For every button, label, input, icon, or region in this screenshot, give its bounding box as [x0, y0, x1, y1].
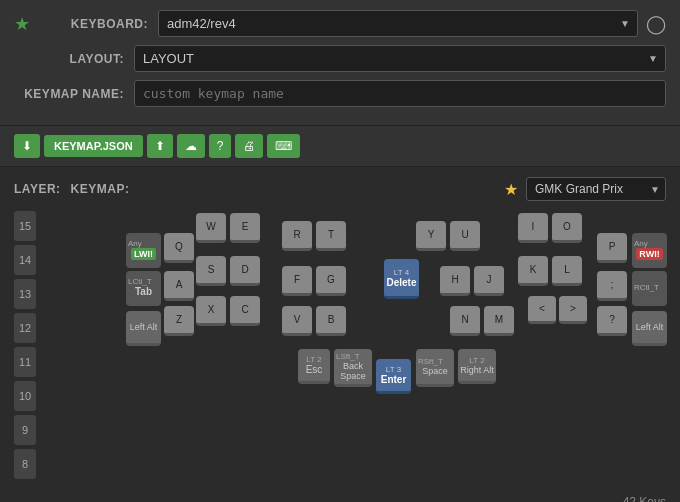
- key-p[interactable]: P: [597, 233, 627, 263]
- key-e-label: E: [242, 221, 249, 232]
- layer-num-10[interactable]: 10: [14, 381, 36, 411]
- keys-count: 42 Keys: [0, 489, 680, 502]
- key-lt4-delete[interactable]: LT 4 Delete: [384, 259, 419, 299]
- keyboard-select[interactable]: adm42/rev4: [158, 10, 638, 37]
- key-comma[interactable]: <: [528, 296, 556, 324]
- key-semi[interactable]: ;: [597, 271, 627, 301]
- key-f-label: F: [294, 274, 300, 285]
- layout-label: LAYOUT:: [14, 52, 134, 66]
- key-tab-label: Tab: [135, 286, 152, 297]
- key-lwi[interactable]: Any LWI!: [126, 233, 161, 268]
- key-r[interactable]: R: [282, 221, 312, 251]
- theme-star-icon[interactable]: ★: [504, 180, 518, 199]
- key-e[interactable]: E: [230, 213, 260, 243]
- key-tab[interactable]: LCti_T Tab: [126, 271, 161, 306]
- key-t[interactable]: T: [316, 221, 346, 251]
- key-f[interactable]: F: [282, 266, 312, 296]
- key-u-label: U: [461, 229, 468, 240]
- key-l[interactable]: L: [552, 256, 582, 286]
- key-j[interactable]: J: [474, 266, 504, 296]
- help-button[interactable]: ?: [209, 134, 232, 158]
- key-v[interactable]: V: [282, 306, 312, 336]
- github-icon[interactable]: ◯: [646, 13, 666, 35]
- download-button[interactable]: ⬇: [14, 134, 40, 158]
- top-panel: ★ KEYBOARD: adm42/rev4 ▼ ◯ LAYOUT: LAYOU…: [0, 0, 680, 126]
- layer-num-11[interactable]: 11: [14, 347, 36, 377]
- toolbar: ⬇ KEYMAP.JSON ⬆ ☁ ? 🖨 ⌨: [0, 126, 680, 167]
- key-d[interactable]: D: [230, 256, 260, 286]
- key-i[interactable]: I: [518, 213, 548, 243]
- keyboard-icon: ⌨: [275, 139, 292, 153]
- layer-num-8[interactable]: 8: [14, 449, 36, 479]
- key-rwi[interactable]: Any RWI!: [632, 233, 667, 268]
- key-right-alt[interactable]: Left Alt: [632, 311, 667, 346]
- key-comma-label: <: [539, 303, 545, 314]
- key-rsft-space[interactable]: RSft_T Space: [416, 349, 454, 387]
- keyboard-label: KEYBOARD:: [38, 17, 158, 31]
- key-slash-label: ?: [609, 314, 615, 325]
- key-h-label: H: [451, 274, 458, 285]
- key-m[interactable]: M: [484, 306, 514, 336]
- key-x[interactable]: X: [196, 296, 226, 326]
- key-rctl[interactable]: RCtl_T: [632, 271, 667, 306]
- key-dot[interactable]: >: [559, 296, 587, 324]
- layer-num-12[interactable]: 12: [14, 313, 36, 343]
- key-semi-label: ;: [611, 279, 614, 290]
- key-left-alt[interactable]: Left Alt: [126, 311, 161, 346]
- layer-row: LAYER: KEYMAP: ★ GMK Grand Prix ▼: [14, 177, 666, 201]
- key-y-label: Y: [428, 229, 435, 240]
- layer-num-14[interactable]: 14: [14, 245, 36, 275]
- key-lt2-right-alt-top: LT 2: [469, 356, 484, 365]
- key-lt2-esc-top: LT 2: [306, 355, 321, 364]
- key-lt2-esc[interactable]: LT 2 Esc: [298, 349, 330, 384]
- layer-num-9[interactable]: 9: [14, 415, 36, 445]
- key-o[interactable]: O: [552, 213, 582, 243]
- key-w[interactable]: W: [196, 213, 226, 243]
- key-c-label: C: [241, 304, 248, 315]
- key-lt4-top: LT 4: [394, 268, 409, 277]
- key-h[interactable]: H: [440, 266, 470, 296]
- key-lwi-top: Any: [126, 239, 142, 248]
- key-y[interactable]: Y: [416, 221, 446, 251]
- key-q-label: Q: [175, 241, 183, 252]
- keymap-json-button[interactable]: KEYMAP.JSON: [44, 135, 143, 157]
- star-button[interactable]: ★: [14, 13, 30, 35]
- key-b-label: B: [328, 314, 335, 325]
- upload-icon: ⬆: [155, 139, 165, 153]
- key-rsft-top: RSft_T: [416, 357, 443, 366]
- key-slash[interactable]: ?: [597, 306, 627, 336]
- key-lt2-right-alt[interactable]: LT 2 Right Alt: [458, 349, 496, 384]
- key-z[interactable]: Z: [164, 306, 194, 336]
- key-l-label: L: [564, 264, 570, 275]
- key-lt4-label: Delete: [386, 277, 416, 288]
- key-u[interactable]: U: [450, 221, 480, 251]
- cloud-upload-button[interactable]: ☁: [177, 134, 205, 158]
- key-n[interactable]: N: [450, 306, 480, 336]
- key-s-label: S: [208, 264, 215, 275]
- key-q[interactable]: Q: [164, 233, 194, 263]
- key-lsft-backspace[interactable]: LSft_T Back Space: [334, 349, 372, 387]
- keymap-name-input[interactable]: [134, 80, 666, 107]
- key-lsft-label: Back Space: [334, 361, 372, 381]
- key-dot-label: >: [570, 303, 576, 314]
- key-lt3-enter[interactable]: LT 3 Enter: [376, 359, 411, 394]
- key-s[interactable]: S: [196, 256, 226, 286]
- key-w-label: W: [206, 221, 215, 232]
- key-b[interactable]: B: [316, 306, 346, 336]
- key-j-label: J: [487, 274, 492, 285]
- print-button[interactable]: 🖨: [235, 134, 263, 158]
- key-a[interactable]: A: [164, 271, 194, 301]
- keymap-name-label: KEYMAP NAME:: [14, 87, 134, 101]
- layer-num-15[interactable]: 15: [14, 211, 36, 241]
- keyboard-button[interactable]: ⌨: [267, 134, 300, 158]
- key-g[interactable]: G: [316, 266, 346, 296]
- key-m-label: M: [495, 314, 503, 325]
- upload-button[interactable]: ⬆: [147, 134, 173, 158]
- theme-select[interactable]: GMK Grand Prix: [526, 177, 666, 201]
- key-c[interactable]: C: [230, 296, 260, 326]
- layer-num-13[interactable]: 13: [14, 279, 36, 309]
- key-k[interactable]: K: [518, 256, 548, 286]
- layout-select[interactable]: LAYOUT: [134, 45, 666, 72]
- keyboard-row: ★ KEYBOARD: adm42/rev4 ▼ ◯: [14, 10, 666, 37]
- key-n-label: N: [461, 314, 468, 325]
